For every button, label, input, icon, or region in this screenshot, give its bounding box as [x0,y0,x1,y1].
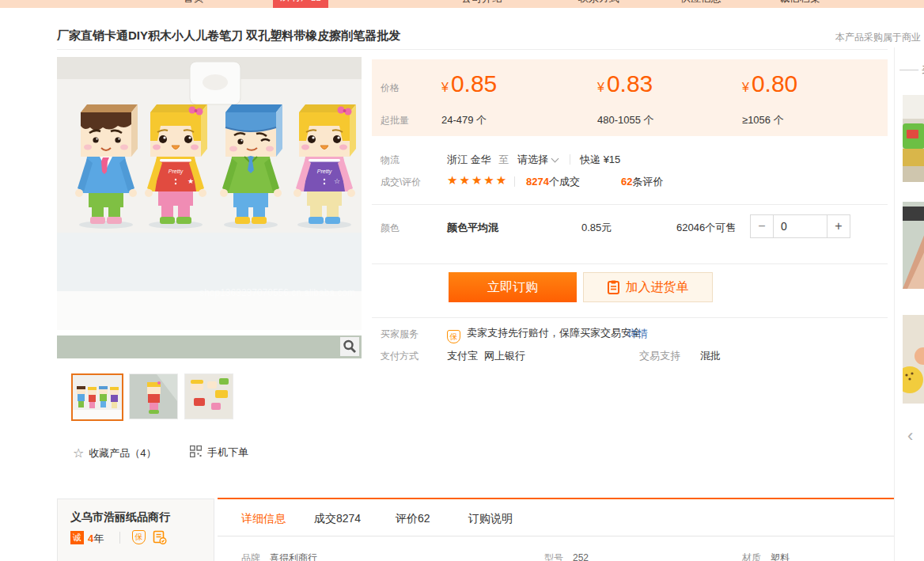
recommended-item-2[interactable] [903,202,924,289]
quantity-stepper: − 0 + [750,214,850,238]
add-to-cart-button[interactable]: 加入进货单 [583,272,713,302]
photo-watermark: shop1363237070556.cn.alibaba.com [199,287,355,298]
logistics-origin: 浙江 金华 [447,153,491,167]
price-label: 价格 [381,81,400,95]
express-fee: 快递 ¥15 [580,153,620,167]
buyer-service-label: 买家服务 [381,328,418,341]
certified-doc-icon [153,530,167,544]
mobile-order-button[interactable]: 手机下单 [190,445,248,460]
thumbnail-1-image [73,375,122,419]
sku-price: 0.85元 [581,221,612,235]
rating-stars-icon: ★★★★★ [447,173,508,188]
separator [570,154,570,165]
recommended-item-1[interactable] [903,95,924,182]
credit-cheng-badge-icon: 诚 [70,531,84,544]
tab-detail-info[interactable]: 详细信息 [241,512,286,526]
favorite-product-button[interactable]: ☆收藏产品（4） [73,445,157,461]
product-title: 厂家直销卡通DIY积木小人儿卷笔刀 双孔塑料带橡皮擦削笔器批发 [57,28,400,44]
payment-method-bank: 网上银行 [484,349,525,363]
product-main-image[interactable]: Pretty ★ [57,57,362,330]
thumbnail-1[interactable] [71,373,123,421]
tab-deals[interactable]: 成交8274 [314,512,361,526]
svg-text:☆: ☆ [334,177,340,185]
protection-shield-icon: 保 [132,530,146,544]
order-now-button[interactable]: 立即订购 [449,272,577,302]
seller-name[interactable]: 义乌市浩丽纸品商行 [70,510,170,525]
nav-item-credit[interactable]: 诚信档案 [779,0,820,6]
moq-tier-2: 480-1055 个 [597,113,654,127]
star-icon: ☆ [73,446,84,460]
product-page: 首页 所有产品 公司介绍 联系方式 供应信息 诚信档案 厂家直销卡通DIY积木小… [0,0,924,561]
separator [119,532,120,544]
moq-tier-3: ≥1056 个 [742,113,784,127]
spec-material: 材质塑料 [742,552,790,561]
tab-reviews[interactable]: 评价62 [396,512,430,526]
price-panel: 价格 ¥0.85 ¥0.83 ¥0.80 起批量 24-479 个 480-10… [372,59,888,136]
reviews-count-link[interactable]: 62条评价 [621,175,663,189]
payment-label: 支付方式 [381,350,418,363]
sku-stock: 62046个可售 [676,221,736,235]
trade-support-label: 交易支持 [639,349,680,363]
quantity-input[interactable]: 0 [774,214,827,238]
seller-years: 4年 [88,532,104,546]
image-zoom-bar [57,335,362,358]
svg-text:Pretty: Pretty [169,169,184,175]
sku-label: 颜色 [381,222,400,235]
destination-select[interactable]: 请选择 [517,153,558,167]
mobile-order-label: 手机下单 [207,446,248,458]
shop-nav: 首页 所有产品 公司介绍 联系方式 供应信息 诚信档案 [0,0,924,8]
spec-brand: 品牌喜得利商行 [241,552,317,561]
separator [514,176,515,187]
price-tier-1: ¥0.85 [441,70,497,97]
moq-tier-1: 24-479 个 [441,113,487,127]
svg-text:Pretty: Pretty [317,169,332,175]
payment-method-alipay: 支付宝 [447,349,478,363]
quantity-decrease-button[interactable]: − [750,214,774,238]
service-details-link[interactable]: 详情 [627,327,648,341]
logistics-to: 至 [498,153,509,167]
divider [372,317,888,318]
deals-count-link[interactable]: 8274个成交 [526,175,580,189]
magnifier-icon [340,337,359,356]
moq-label: 起批量 [381,114,409,127]
sidebar-header: ——买家推荐 [899,63,924,77]
nav-item-supply[interactable]: 供应信息 [680,0,721,6]
thumbnail-2[interactable] [129,373,178,419]
qr-code-icon [190,445,202,457]
logistics-label: 物流 [381,154,400,167]
thumbnail-2-image [130,374,177,419]
spec-model: 型号252 [544,552,589,561]
nav-item-company[interactable]: 公司介绍 [461,0,502,6]
seller-card: 义乌市浩丽纸品商行 诚 4年 保 [57,498,214,561]
thumbnail-3-image [185,374,233,419]
trade-support-value: 混批 [700,349,721,363]
product-photo-illustration: Pretty ★ [57,57,362,330]
sku-name: 颜色平均混 [447,221,498,235]
quantity-increase-button[interactable]: + [827,214,850,238]
detail-tabbar: 详细信息 成交8274 评价62 订购说明 [218,498,924,536]
protection-shield-icon: 保 [447,330,460,343]
title-divider [57,49,888,50]
carousel-prev-button[interactable]: ‹ [907,426,913,446]
thumbnail-3[interactable] [184,373,233,419]
favorite-label: 收藏产品（4） [89,447,156,459]
recommended-item-3[interactable] [903,315,924,404]
nav-item-all-products[interactable]: 所有产品 [273,0,328,8]
price-tier-3: ¥0.80 [742,70,797,97]
magnifier-button[interactable] [340,337,359,356]
nav-item-home[interactable]: 首页 [184,0,204,6]
recommendation-sidebar: ——买家推荐 [894,47,924,561]
tab-order-notes[interactable]: 订购说明 [468,512,513,526]
price-tier-2: ¥0.83 [597,70,653,97]
add-to-cart-label: 加入进货单 [626,280,689,294]
divider [372,204,888,205]
deals-reviews-label: 成交\评价 [381,176,421,189]
nav-item-contact[interactable]: 联系方式 [578,0,619,6]
divider [372,263,888,264]
clipboard-icon [608,280,620,294]
chevron-down-icon [551,155,559,163]
buyer-service-text: 保卖家支持先行赔付，保障买家交易安全 [447,326,642,343]
procurement-note: 本产品采购属于商业 [835,31,924,44]
svg-text:★: ★ [187,177,194,185]
